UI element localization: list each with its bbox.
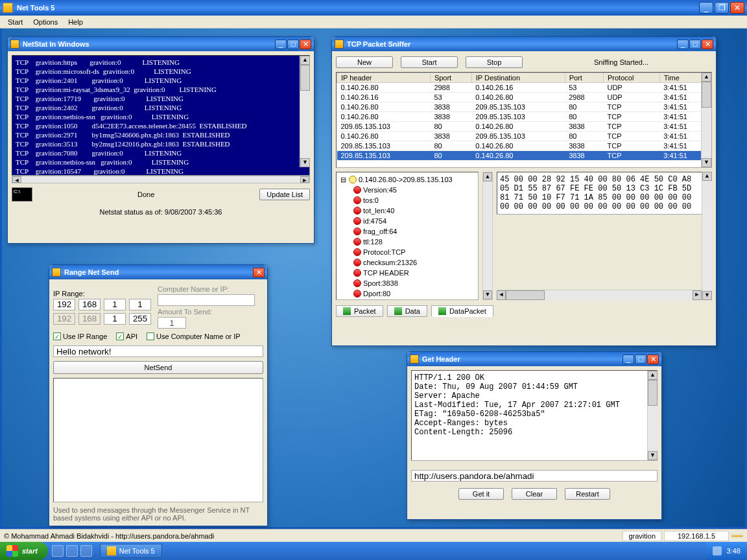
table-row[interactable]: 0.140.26.803838209.85.135.10380TCP3:41:5… <box>337 132 711 141</box>
packet-tree[interactable]: ⊟0.140.26.80->209.85.135.103Version:45to… <box>336 172 479 300</box>
close-button[interactable]: ✕ <box>253 268 265 277</box>
ip1-b[interactable] <box>78 299 101 310</box>
copyright: © Mohammad Ahmadi Bidakhvidi - http://us… <box>4 532 214 540</box>
tree-scrollbar[interactable]: ▲▼ <box>482 172 493 300</box>
app-icon <box>3 3 13 13</box>
table-row[interactable]: 0.140.26.803838209.85.135.10380TCP3:41:5… <box>337 102 711 112</box>
windows-logo-icon <box>6 545 18 557</box>
close-button[interactable]: ✕ <box>300 40 311 49</box>
packet-grid[interactable]: IP headerSportIP DestinationPortProtocol… <box>336 72 712 168</box>
api-checkbox[interactable]: ✓API <box>116 332 137 340</box>
netstat-console[interactable]: TCP gravition:https gravition:0 LISTENIN… <box>12 55 310 176</box>
tree-node[interactable]: Protocol:TCP <box>353 247 476 257</box>
tray-icon[interactable] <box>713 546 722 555</box>
gh-titlebar[interactable]: Get Header _ □ ✕ <box>407 352 661 366</box>
progress-label: Done <box>32 191 259 198</box>
use-computer-checkbox[interactable]: Use Computer Name or IP <box>147 332 241 340</box>
table-row[interactable]: 209.85.135.103800.140.26.803838TCP3:41:5… <box>337 141 711 151</box>
table-row[interactable]: 0.140.26.8029880.140.26.1653UDP3:41:51 <box>337 83 711 93</box>
col-header[interactable]: Port <box>565 73 603 83</box>
ip1-c[interactable] <box>104 299 126 310</box>
ip2-b <box>78 313 101 325</box>
tree-node[interactable]: Sport:3838 <box>353 278 476 288</box>
table-row[interactable]: 209.85.135.103800.140.26.803838TCP3:41:5… <box>337 122 711 132</box>
window-tcp-sniffer[interactable]: TCP Packet Sniffer _ □ ✕ New Start Stop … <box>331 36 717 346</box>
status-host: gravition <box>622 531 661 541</box>
menu-options[interactable]: Options <box>28 17 63 27</box>
ql-icon[interactable] <box>80 545 92 557</box>
tab-data[interactable]: Data <box>387 305 427 317</box>
tree-node[interactable]: checksum:21326 <box>353 257 476 268</box>
new-button[interactable]: New <box>336 56 393 68</box>
start-button[interactable]: Start <box>401 56 458 68</box>
tree-node[interactable]: frag_off:64 <box>353 226 476 237</box>
amount-label: Amount To Send: <box>158 308 263 316</box>
tab-packet[interactable]: Packet <box>336 305 383 317</box>
vertical-scrollbar[interactable]: ▲▼ <box>647 371 658 460</box>
use-ip-range-checkbox[interactable]: ✓Use IP Range <box>53 332 107 340</box>
maximize-button[interactable]: □ <box>635 355 646 364</box>
result-list[interactable] <box>53 378 263 502</box>
vertical-scrollbar[interactable]: ▲▼ <box>701 73 711 167</box>
menu-start[interactable]: Start <box>3 17 28 27</box>
hex-hscrollbar[interactable]: ◄► <box>497 290 702 300</box>
tree-node[interactable]: Version:45 <box>353 185 476 195</box>
amount-input <box>158 317 186 329</box>
col-header[interactable]: IP header <box>337 73 431 83</box>
hex-vscrollbar[interactable]: ▲▼ <box>702 172 712 300</box>
window-range-net-send[interactable]: Range Net Send ✕ IP Range: <box>49 264 268 526</box>
maximize-button[interactable]: □ <box>287 40 299 49</box>
ip2-d[interactable] <box>129 313 151 325</box>
table-row[interactable]: 209.85.135.103800.140.26.803838TCP3:41:5… <box>337 151 711 161</box>
window-get-header[interactable]: Get Header _ □ ✕ HTTP/1.1 200 OK Date: T… <box>407 351 662 520</box>
message-input[interactable] <box>53 345 263 357</box>
tree-root[interactable]: ⊟0.140.26.80->209.85.135.103 <box>340 174 476 185</box>
ip1-d[interactable] <box>129 299 151 310</box>
url-input[interactable] <box>411 470 658 482</box>
taskbar-item-nettools[interactable]: Net Tools 5 <box>100 544 162 558</box>
table-row[interactable]: 0.140.26.803838209.85.135.10380TCP3:41:5… <box>337 112 711 122</box>
ql-icon[interactable] <box>66 545 78 557</box>
ql-icon[interactable] <box>52 545 64 557</box>
tree-node[interactable]: ttl:128 <box>353 237 476 247</box>
ip2-c[interactable] <box>104 313 126 325</box>
sniffer-title: TCP Packet Sniffer <box>347 40 677 48</box>
getit-button[interactable]: Get it <box>458 488 504 500</box>
window-icon <box>10 40 19 49</box>
tree-node[interactable]: TCP HEADER <box>353 268 476 278</box>
close-button[interactable]: ✕ <box>730 2 744 14</box>
update-list-button[interactable]: Update List <box>259 189 310 200</box>
ip1-a[interactable] <box>53 299 75 310</box>
minimize-button[interactable]: _ <box>275 40 287 49</box>
table-row[interactable]: 0.140.26.16530.140.26.802988UDP3:41:51 <box>337 93 711 102</box>
close-button[interactable]: ✕ <box>702 40 713 49</box>
netsend-button[interactable]: NetSend <box>53 361 263 374</box>
hex-view[interactable]: 45 00 00 28 92 15 40 00 80 06 4E 50 C0 A… <box>497 172 712 215</box>
maximize-button[interactable]: □ <box>689 40 701 49</box>
start-button[interactable]: start <box>0 542 48 560</box>
tree-node[interactable]: tos:0 <box>353 195 476 205</box>
col-header[interactable]: IP Destination <box>471 73 565 83</box>
header-output[interactable]: HTTP/1.1 200 OK Date: Thu, 09 Aug 2007 0… <box>411 370 658 461</box>
clear-button[interactable]: Clear <box>512 488 557 500</box>
minimize-button[interactable]: _ <box>677 40 689 49</box>
rns-titlebar[interactable]: Range Net Send ✕ <box>49 265 267 279</box>
minimize-button[interactable]: _ <box>699 2 713 14</box>
close-button[interactable]: ✕ <box>647 355 659 364</box>
vertical-scrollbar[interactable]: ▲▼ <box>300 56 310 167</box>
col-header[interactable]: Protocol <box>603 73 659 83</box>
tree-node[interactable]: tot_len:40 <box>353 205 476 216</box>
col-header[interactable]: Sport <box>430 73 471 83</box>
tree-node[interactable]: Dport:80 <box>353 288 476 299</box>
tree-node[interactable]: id:4754 <box>353 216 476 226</box>
restore-button[interactable]: ❐ <box>715 2 729 14</box>
netstat-titlebar[interactable]: NetStat In Windows _ □ ✕ <box>8 37 314 51</box>
window-netstat[interactable]: NetStat In Windows _ □ ✕ TCP gravition:h… <box>7 36 314 244</box>
minimize-button[interactable]: _ <box>622 355 634 364</box>
menu-help[interactable]: Help <box>63 17 88 27</box>
tab-datapacket[interactable]: DataPacket <box>431 305 493 317</box>
restart-button[interactable]: Restart <box>565 488 610 500</box>
sniffer-titlebar[interactable]: TCP Packet Sniffer _ □ ✕ <box>332 37 716 51</box>
stop-button[interactable]: Stop <box>466 56 523 68</box>
horizontal-scrollbar[interactable]: ◄► <box>12 176 310 183</box>
